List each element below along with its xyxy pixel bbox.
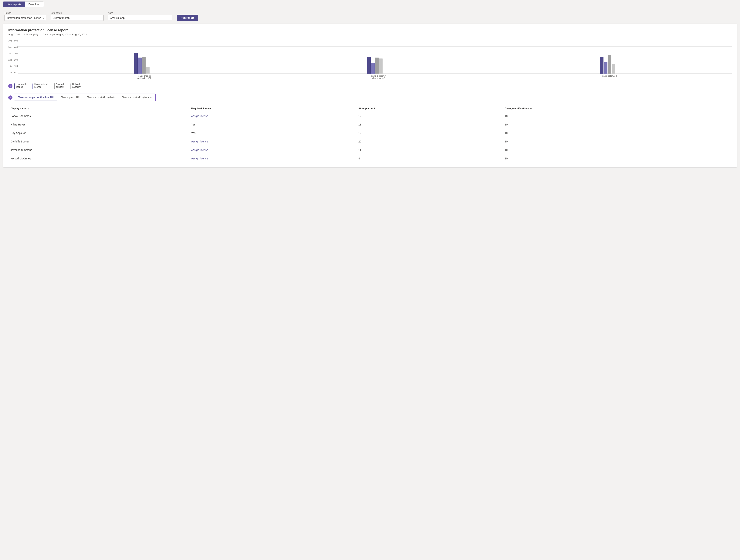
cell-notification-sent-1: 10 — [502, 120, 732, 129]
legend-items: Users with license Users without license… — [14, 83, 732, 89]
legend-label-4: Utilized capacity — [72, 83, 81, 88]
chart-bars-2 — [367, 57, 383, 74]
bar-2-3 — [375, 58, 379, 74]
date-range-filter-label: Date range — [51, 12, 103, 14]
report-time: 11:59 am (PT) — [22, 33, 38, 36]
run-report-button[interactable]: Run report — [177, 15, 198, 21]
cell-attempt-count-1: 13 — [356, 120, 502, 129]
assign-license-link-0[interactable]: Assign license — [191, 115, 208, 118]
report-separator: | — [40, 33, 40, 36]
legend-label-2: Users without license — [34, 83, 48, 88]
bar-1-4 — [146, 67, 150, 74]
apps-filter-value: Archival app — [110, 16, 125, 19]
cell-required-license-5[interactable]: Assign license — [189, 154, 356, 163]
chart-y-axis-right: 500 400 300 200 100 0 — [13, 40, 18, 74]
cell-display-name-4: Jazmine Simmons — [8, 146, 189, 154]
table-row: Babak ShammasAssign license1210 — [8, 112, 732, 120]
bar-2-1 — [367, 57, 371, 74]
report-container: Information protection license report Au… — [3, 24, 737, 167]
download-button[interactable]: Download — [25, 2, 44, 7]
chart-label-3: Teams patch API — [601, 75, 617, 79]
tab-teams-change-notification[interactable]: Teams change notification API — [14, 94, 58, 101]
table-row: Danielle BookerAssign license2010 — [8, 137, 732, 146]
bar-3-3 — [608, 55, 612, 74]
table-row: Roy AppletonYes1210 — [8, 129, 732, 137]
legend-item-4: Utilized capacity — [71, 83, 81, 89]
assign-license-link-4[interactable]: Assign license — [191, 148, 208, 151]
legend-label-1: Users with license — [16, 83, 26, 88]
apps-filter-label: Apps — [108, 12, 172, 14]
cell-notification-sent-3: 10 — [502, 137, 732, 146]
legend-item-2: Users without license — [32, 83, 48, 89]
chart-group-3 — [600, 55, 615, 74]
chart-body: Teams change notification API Teams expo… — [18, 40, 732, 79]
legend-swatch-3 — [54, 83, 55, 89]
assign-license-link-3[interactable]: Assign license — [191, 140, 208, 143]
bar-3-2 — [604, 62, 608, 74]
chart-y-axis-left: 30k 24k 18k 12k 6k 0 — [8, 40, 13, 74]
chart-group-2 — [367, 57, 383, 74]
report-filter-value: Information protection license — [7, 16, 41, 19]
date-range-filter-input[interactable]: Current month — [51, 15, 103, 21]
report-date: Aug 7, 2021 — [8, 33, 21, 36]
bar-1-2 — [138, 58, 142, 74]
bar-2-4 — [379, 59, 383, 74]
cell-required-license-0[interactable]: Assign license — [189, 112, 356, 120]
bar-2-2 — [371, 63, 375, 74]
cell-required-license-2: Yes — [189, 129, 356, 137]
col-notification-sent: Change notification sent — [502, 105, 732, 112]
apps-filter-input[interactable]: Archival app — [108, 15, 172, 21]
col-attempt-count: Attempt count — [356, 105, 502, 112]
legend-swatch-2 — [32, 83, 33, 89]
cell-required-license-1: Yes — [189, 120, 356, 129]
cell-notification-sent-4: 10 — [502, 146, 732, 154]
cell-notification-sent-0: 10 — [502, 112, 732, 120]
table-row: Hilary ReyesYes1310 — [8, 120, 732, 129]
cell-attempt-count-5: 4 — [356, 154, 502, 163]
data-table: Display name ↓ Required license Attempt … — [8, 105, 732, 163]
report-title: Information protection license report — [8, 28, 732, 32]
bar-3-1 — [600, 57, 604, 74]
cell-display-name-0: Babak Shammas — [8, 112, 189, 120]
sort-icon-display-name[interactable]: ↓ — [28, 107, 29, 110]
report-subtitle: Aug 7, 2021 11:59 am (PT) | Date range: … — [8, 33, 732, 36]
legend-item-3: Seeded capacity — [54, 83, 64, 89]
cell-notification-sent-2: 10 — [502, 129, 732, 137]
chart-group-1 — [134, 53, 150, 74]
assign-license-link-5[interactable]: Assign license — [191, 157, 208, 160]
tab-teams-patch[interactable]: Teams patch API — [58, 94, 83, 101]
legend-label-3: Seeded capacity — [56, 83, 64, 88]
apps-filter-group: Apps Archival app — [108, 12, 172, 21]
cell-required-license-3[interactable]: Assign license — [189, 137, 356, 146]
report-filter-select[interactable]: Information protection license ⌄ — [5, 15, 46, 21]
table-body: Babak ShammasAssign license1210Hilary Re… — [8, 112, 732, 163]
cell-attempt-count-4: 11 — [356, 146, 502, 154]
cell-display-name-1: Hilary Reyes — [8, 120, 189, 129]
filter-bar: Report Information protection license ⌄ … — [0, 9, 740, 24]
legend-swatch-1 — [14, 83, 15, 89]
cell-display-name-3: Danielle Booker — [8, 137, 189, 146]
report-filter-chevron-icon: ⌄ — [42, 17, 44, 19]
tab-teams-export-teams[interactable]: Teams export APIs (teams) — [118, 94, 156, 101]
bar-1-1 — [134, 53, 137, 74]
view-reports-button[interactable]: View reports — [3, 2, 25, 7]
tab-teams-export-chat[interactable]: Teams export APIs (chat) — [83, 94, 118, 101]
chart-label-1: Teams change notification API — [133, 75, 156, 79]
legend-item-1: Users with license — [14, 83, 26, 89]
table-row: Krystal McKinneyAssign license410 — [8, 154, 732, 163]
report-filter-group: Report Information protection license ⌄ — [5, 12, 46, 21]
col-required-license: Required license — [189, 105, 356, 112]
cell-attempt-count-3: 20 — [356, 137, 502, 146]
cell-required-license-4[interactable]: Assign license — [189, 146, 356, 154]
report-range-value: Aug 1, 2021 - Aug 30, 2021 — [56, 33, 87, 36]
tabs-section: 9 Teams change notification API Teams pa… — [8, 94, 732, 101]
report-range-label: Date range: — [43, 33, 56, 36]
chart-x-labels: Teams change notification API Teams expo… — [18, 75, 732, 79]
date-range-filter-value: Current month — [53, 16, 70, 19]
tabs-container: Teams change notification API Teams patc… — [14, 94, 156, 101]
bar-1-3 — [142, 57, 146, 74]
legend-swatch-4 — [71, 83, 71, 89]
cell-display-name-5: Krystal McKinney — [8, 154, 189, 163]
cell-attempt-count-2: 12 — [356, 129, 502, 137]
legend-badge: 8 — [8, 84, 12, 88]
